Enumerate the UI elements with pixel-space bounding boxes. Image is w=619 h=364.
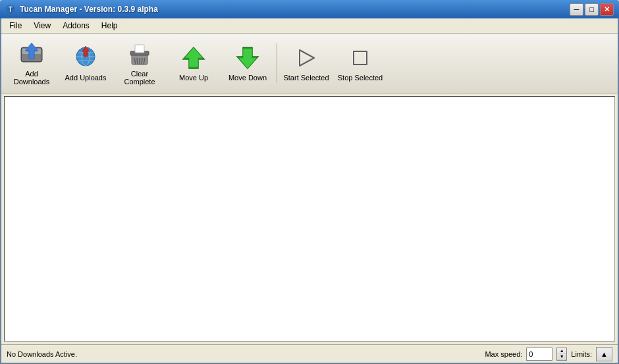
svg-marker-25: [300, 50, 314, 66]
move-down-label: Move Down: [229, 74, 267, 82]
menu-addons[interactable]: Addons: [57, 20, 95, 32]
stop-selected-button[interactable]: Stop Selected: [334, 40, 387, 86]
move-down-button[interactable]: Move Down: [221, 40, 274, 86]
add-downloads-button[interactable]: Add Downloads: [5, 36, 58, 90]
menu-file[interactable]: File: [4, 20, 27, 32]
svg-rect-26: [354, 51, 367, 65]
svg-line-19: [142, 58, 142, 65]
svg-text:T: T: [9, 6, 13, 13]
stop-selected-label: Stop Selected: [338, 74, 383, 82]
menu-bar: File View Addons Help: [1, 18, 618, 34]
status-bar: No Downloads Active. Max speed: ▲ ▼ Limi…: [1, 344, 618, 363]
stop-selected-icon: [347, 45, 373, 71]
move-up-icon: [180, 45, 207, 71]
close-button[interactable]: ✕: [600, 3, 614, 16]
title-bar-controls: ─ □ ✕: [570, 3, 614, 16]
max-speed-input[interactable]: [526, 348, 552, 361]
status-right: Max speed: ▲ ▼ Limits: ▲: [485, 347, 612, 361]
move-up-button[interactable]: Move Up: [167, 40, 220, 86]
title-bar-left: T Tucan Manager - Version: 0.3.9 alpha: [5, 4, 158, 14]
svg-marker-24: [238, 49, 257, 68]
max-speed-label: Max speed:: [485, 350, 522, 358]
app-icon: T: [5, 4, 16, 14]
speed-spinner[interactable]: ▲ ▼: [556, 348, 567, 361]
window-title: Tucan Manager - Version: 0.3.9 alpha: [20, 5, 158, 14]
move-up-label: Move Up: [179, 74, 208, 82]
move-down-icon: [234, 45, 261, 71]
limits-label: Limits:: [571, 350, 592, 358]
toolbar-separator: [277, 43, 277, 83]
menu-help[interactable]: Help: [96, 20, 123, 32]
limits-button[interactable]: ▲: [596, 347, 612, 361]
speed-up-button[interactable]: ▲: [557, 348, 566, 354]
svg-line-17: [137, 58, 138, 65]
minimize-button[interactable]: ─: [570, 3, 583, 16]
maximize-button[interactable]: □: [585, 3, 599, 16]
add-downloads-icon: [18, 41, 45, 67]
toolbar: Add Downloads Add Uploads: [1, 34, 618, 93]
start-selected-label: Start Selected: [283, 74, 329, 82]
add-uploads-label: Add Uploads: [65, 74, 107, 82]
clear-complete-icon: [126, 41, 153, 67]
svg-marker-22: [184, 47, 203, 67]
clear-complete-button[interactable]: Clear Complete: [113, 36, 166, 90]
add-downloads-label: Add Downloads: [9, 70, 55, 86]
title-bar: T Tucan Manager - Version: 0.3.9 alpha ─…: [0, 0, 619, 18]
menu-view[interactable]: View: [28, 20, 56, 32]
main-window: File View Addons Help Add Downloads: [0, 18, 619, 364]
add-uploads-button[interactable]: Add Uploads: [59, 40, 112, 86]
status-message: No Downloads Active.: [7, 350, 77, 358]
add-uploads-icon: [72, 45, 99, 71]
speed-down-button[interactable]: ▼: [557, 354, 566, 360]
svg-rect-15: [135, 45, 144, 53]
clear-complete-label: Clear Complete: [117, 70, 163, 86]
start-selected-icon: [293, 45, 319, 71]
content-area: [4, 96, 615, 342]
start-selected-button[interactable]: Start Selected: [280, 40, 333, 86]
